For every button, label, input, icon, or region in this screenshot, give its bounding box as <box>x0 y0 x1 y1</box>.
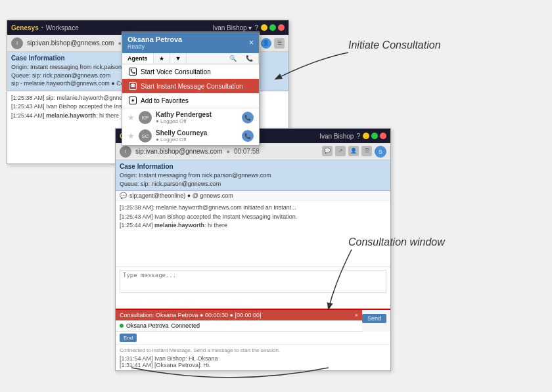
call-timer-2: 00:07:58 <box>234 148 260 155</box>
im-status-row: 💬 sip:agent@theonline) ● @ gnnews.com <box>116 191 390 201</box>
close-btn-1[interactable] <box>278 24 285 31</box>
call-icon-tab[interactable]: 📞 <box>241 53 259 64</box>
consult-msg-1: [1:31:41 AM] [Oksana Petrova]: Hi. <box>120 362 386 368</box>
agent-name-1: Ivan Bishop ▾ <box>212 24 252 32</box>
genesys-logo-1: Genesys <box>11 24 39 32</box>
chat-icon-sm: 💬 <box>129 82 137 90</box>
consultation-header: Consultation: Oksana Petrova ● 00:00:30 … <box>116 310 362 320</box>
contact-status-shelly: ● Logged Off <box>156 137 238 142</box>
end-consultation-btn[interactable]: End <box>120 334 137 342</box>
contact-status-kathy: ● Logged Off <box>156 118 238 124</box>
status-badge-2: S <box>375 146 386 158</box>
chat-msg-2-1: [1:25:43 AM] Ivan Bishop accepted the In… <box>120 213 386 222</box>
menu-icon-1[interactable]: ☰ <box>274 38 285 49</box>
consultation-state: Connected <box>172 322 200 329</box>
agent-name-2: Ivan Bishop <box>319 133 354 140</box>
contact-name-shelly: Shelly Courneya <box>156 129 238 137</box>
case-info-2: Case Information Origin: Instant messagi… <box>116 160 390 191</box>
maximize-btn-2[interactable] <box>371 133 378 139</box>
chat-msg-2-2: [1:25:44 AM] melanie.hayworth: hi there <box>120 221 386 230</box>
tab-star[interactable]: ★ <box>154 53 170 64</box>
search-area: 🔍 <box>225 53 241 64</box>
dropdown-contact-status: Ready <box>127 43 182 50</box>
consultation-intro: Connected to instant Message. Send a mes… <box>120 347 386 353</box>
case-queue-2: Queue: sip: nick.parson@gnnews.com <box>120 180 386 188</box>
avatar-icon-1: I <box>11 37 23 49</box>
contact-kathy: ★ KP Kathy Pendergest ● Logged Off 📞 <box>122 108 259 127</box>
status-dot <box>120 324 124 328</box>
dropdown-contact-name: Oksana Petrova <box>127 35 182 43</box>
consultation-chat: Connected to instant Message. Send a mes… <box>116 345 390 371</box>
transfer-icon-2[interactable]: ↗ <box>335 146 346 156</box>
maximize-btn-1[interactable] <box>269 24 276 31</box>
menu-icon-2[interactable]: ☰ <box>361 146 372 156</box>
contact-name-kathy: Kathy Pendergest <box>156 111 238 118</box>
tab-agents[interactable]: Agents <box>122 53 154 64</box>
start-voice-consultation-btn[interactable]: 📞 Start Voice Consultation <box>122 64 259 79</box>
tab-extra[interactable]: ▼ <box>170 53 187 64</box>
send-button[interactable]: Send <box>362 314 386 323</box>
consultation-buttons: End <box>116 332 390 345</box>
dropdown-close-btn[interactable]: × <box>249 38 254 47</box>
call-kathy-btn[interactable]: 📞 <box>242 112 254 123</box>
minimize-btn-1[interactable] <box>261 24 267 31</box>
minimize-btn-2[interactable] <box>363 133 369 139</box>
annotation-consult-window: Consultation window <box>348 236 445 248</box>
consultation-status-row: Oksana Petrova Connected <box>116 320 362 332</box>
star-shelly[interactable]: ★ <box>127 131 135 141</box>
consult-msg-0: [1:31:54 AM] Ivan Bishop: Hi, Oksana <box>120 355 386 362</box>
workspace-title-1: Workspace <box>46 24 79 32</box>
agent-sip-1: sip:ivan.bishop@gnnews.com <box>27 39 114 47</box>
call-shelly-btn[interactable]: 📞 <box>242 130 254 142</box>
contact-icon-1[interactable]: 👤 <box>261 38 271 49</box>
chat-icon-2[interactable]: 💬 <box>322 146 333 156</box>
chat-msg-2-0: [1:25:38 AM]: melanie.hayworth@gnnews.co… <box>120 204 386 213</box>
star-icon-sm: ★ <box>129 97 137 104</box>
message-input-area: Send <box>116 267 390 306</box>
message-input[interactable] <box>120 270 386 293</box>
case-origin-2: Origin: Instant messaging from nick.pars… <box>120 171 386 180</box>
consultation-contact-name: Oksana Petrova <box>126 322 169 329</box>
im-participants: sip:agent@theonline) ● @ gnnews.com <box>129 192 233 199</box>
consultation-close-btn[interactable]: × <box>355 312 358 318</box>
im-icon: 💬 <box>120 192 127 199</box>
agent-sip-2: sip:ivan.bishop@gnnews.com <box>135 148 222 155</box>
contact-dropdown: Oksana Petrova Ready × Agents ★ ▼ 🔍 📞 📞 … <box>122 32 260 146</box>
avatar-kathy: KP <box>139 111 152 124</box>
close-btn-2[interactable] <box>380 133 386 139</box>
dropdown-header: Oksana Petrova Ready × <box>122 32 259 53</box>
phone-icon-sm: 📞 <box>129 68 137 76</box>
case-info-title-2: Case Information <box>120 163 386 170</box>
contact-icon-2[interactable]: 👤 <box>348 146 359 156</box>
consultation-title: Consultation: Oksana Petrova ● 00:00:30 … <box>120 312 262 318</box>
consultation-subwindow: Consultation: Oksana Petrova ● 00:00:30 … <box>116 309 390 371</box>
dropdown-tabs: Agents ★ ▼ 🔍 📞 <box>122 53 259 64</box>
window2: Genesys • Workspace Ivan Bishop ? I sip:… <box>115 128 391 371</box>
star-kathy[interactable]: ★ <box>127 113 135 122</box>
start-im-consultation-btn[interactable]: 💬 Start Instant Message Consultation <box>122 79 259 93</box>
avatar-shelly: SC <box>139 129 152 142</box>
help-icon-2[interactable]: ? <box>356 133 360 140</box>
avatar-icon-2: I <box>120 146 131 158</box>
add-to-favorites-btn[interactable]: ★ Add to Favorites <box>122 93 259 108</box>
chat-area-2: [1:25:38 AM]: melanie.hayworth@gnnews.co… <box>116 201 390 267</box>
annotation-initiate: Initiate Consultation <box>348 39 441 51</box>
help-icon[interactable]: ? <box>254 24 258 32</box>
contact-shelly: ★ SC Shelly Courneya ● Logged Off 📞 <box>122 127 259 145</box>
